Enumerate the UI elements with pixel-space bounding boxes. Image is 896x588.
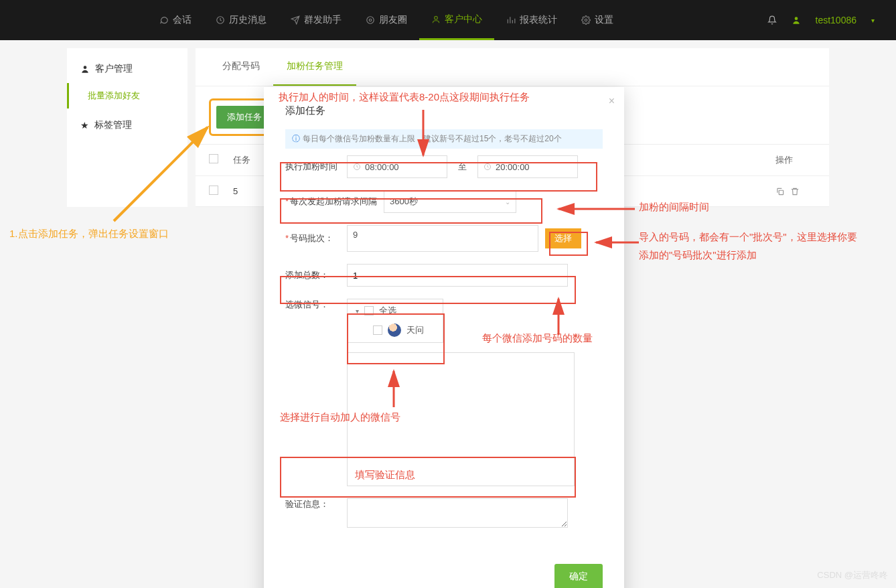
interval-val: 3600秒 — [390, 196, 418, 208]
row-time: 执行加粉时间 08:00:00 至 20:00:00 — [285, 155, 603, 178]
user-icon — [431, 15, 441, 24]
label-interval: *每次发起加粉请求间隔 — [285, 196, 377, 208]
top-nav: 会话 历史消息 群发助手 朋友圈 客户中心 报表统计 设置 test10086 … — [0, 0, 896, 40]
sidebar-item-bulk-add[interactable]: 批量添加好友 — [67, 83, 188, 108]
caret-icon: ▾ — [356, 307, 359, 315]
chevron-down-icon: ⌄ — [505, 198, 510, 206]
batch-val: 9 — [353, 230, 358, 240]
stats-icon — [506, 15, 516, 25]
time-to-label: 至 — [454, 161, 471, 173]
batch-input[interactable]: 9 — [347, 225, 538, 252]
svg-rect-7 — [779, 190, 783, 194]
account-tree: ▾ 全选 天问 — [347, 299, 443, 343]
bell-icon[interactable] — [767, 15, 777, 25]
svg-point-1 — [369, 19, 372, 21]
account-name: 天问 — [406, 324, 424, 336]
row-interval: *每次发起加粉请求间隔 3600秒 ⌄ — [285, 190, 603, 213]
tree-root[interactable]: ▾ 全选 — [356, 305, 435, 317]
avatar — [388, 323, 401, 337]
tab-tasks[interactable]: 加粉任务管理 — [273, 48, 356, 86]
clock-from-icon — [353, 163, 361, 171]
modal-title: 添加任务 — [285, 104, 603, 117]
select-all-checkbox[interactable] — [209, 154, 218, 163]
time-from-val: 08:00:00 — [365, 162, 399, 172]
nav-broadcast[interactable]: 群发助手 — [279, 0, 354, 40]
label-verify: 验证信息： — [285, 498, 340, 510]
time-to-input[interactable]: 20:00:00 — [477, 155, 578, 178]
trash-icon[interactable] — [790, 187, 800, 196]
row-checkbox[interactable] — [209, 186, 218, 195]
nav-moments-label: 朋友圈 — [379, 14, 407, 26]
sidebar-group-tags[interactable]: ★ 标签管理 — [67, 108, 188, 142]
label-accounts: 选微信号： — [285, 299, 340, 311]
interval-select[interactable]: 3600秒 ⌄ — [384, 190, 516, 213]
chat-icon — [159, 15, 169, 25]
sidebar-group1-label: 客户管理 — [95, 63, 133, 75]
anno-click-text: 1.点击添加任务，弹出任务设置窗口 — [9, 228, 169, 240]
verify-input[interactable] — [347, 498, 568, 528]
sidebar: 客户管理 批量添加好友 ★ 标签管理 — [67, 48, 188, 207]
chevron-down-icon[interactable]: ▾ — [871, 17, 875, 24]
tree-item-1[interactable]: 天问 — [373, 323, 435, 337]
nav-customer[interactable]: 客户中心 — [419, 0, 494, 40]
add-task-modal: 添加任务 × ⓘ 每日每个微信号加粉数量有上限，建议新号不超过15个，老号不超过… — [264, 87, 624, 588]
label-batch: *号码批次： — [285, 232, 340, 244]
svg-point-4 — [585, 19, 587, 21]
account-list-pane — [347, 352, 575, 486]
watermark: CSDN @运营咚咚 — [817, 569, 888, 581]
tabs: 分配号码 加粉任务管理 — [196, 48, 829, 86]
count-input[interactable] — [347, 264, 568, 287]
nav-reports-label: 报表统计 — [520, 14, 557, 26]
row-accounts: 选微信号： ▾ 全选 天问 — [285, 299, 603, 343]
nav-reports[interactable]: 报表统计 — [494, 0, 569, 40]
avatar-icon — [792, 15, 801, 25]
send-icon — [291, 15, 300, 25]
sidebar-group-customer[interactable]: 客户管理 — [67, 55, 188, 83]
nav-settings-label: 设置 — [595, 14, 613, 26]
tab-assign[interactable]: 分配号码 — [209, 48, 273, 86]
row-count: 添加总数： — [285, 264, 603, 287]
gear-icon — [581, 15, 591, 25]
copy-icon[interactable] — [775, 187, 785, 196]
tree-all-label: 全选 — [379, 305, 396, 317]
nav-customer-label: 客户中心 — [445, 13, 482, 25]
nav-chat-label: 会话 — [173, 14, 192, 26]
svg-point-2 — [367, 17, 374, 24]
nav-history-label: 历史消息 — [229, 14, 267, 26]
select-button[interactable]: 选择 — [545, 228, 581, 248]
nav-history[interactable]: 历史消息 — [204, 0, 279, 40]
nav-broadcast-label: 群发助手 — [304, 14, 342, 26]
svg-point-5 — [794, 17, 798, 20]
label-time: 执行加粉时间 — [285, 161, 340, 173]
info-text: 每日每个微信号加粉数量有上限，建议新号不超过15个，老号不超过20个 — [303, 133, 562, 145]
time-from-input[interactable]: 08:00:00 — [347, 155, 447, 178]
anno-batch-text: 导入的号码，都会有一个"批次号"，这里选择你要添加的"号码批次"进行添加 — [639, 228, 867, 264]
close-icon[interactable]: × — [609, 95, 615, 107]
row-batch: *号码批次： 9 选择 — [285, 225, 603, 252]
ok-button[interactable]: 确定 — [554, 564, 603, 588]
clock-to-icon — [483, 163, 492, 171]
row-verify: 验证信息： — [285, 498, 603, 528]
time-to-val: 20:00:00 — [496, 162, 530, 172]
star-icon: ★ — [80, 120, 89, 131]
svg-point-3 — [435, 16, 438, 19]
nav-chat[interactable]: 会话 — [147, 0, 204, 40]
sidebar-group2-label: 标签管理 — [94, 119, 132, 131]
label-count: 添加总数： — [285, 269, 340, 281]
info-bar: ⓘ 每日每个微信号加粉数量有上限，建议新号不超过15个，老号不超过20个 — [285, 129, 603, 149]
select-all-accounts-checkbox[interactable] — [364, 306, 374, 315]
clock-icon — [216, 15, 225, 25]
svg-point-6 — [84, 66, 87, 69]
username[interactable]: test10086 — [816, 15, 857, 25]
person-icon — [80, 64, 90, 74]
info-icon: ⓘ — [292, 133, 300, 145]
account-checkbox[interactable] — [373, 325, 382, 335]
col-op: 操作 — [775, 154, 816, 166]
moments-icon — [366, 15, 375, 25]
nav-settings[interactable]: 设置 — [569, 0, 625, 40]
nav-moments[interactable]: 朋友圈 — [354, 0, 419, 40]
